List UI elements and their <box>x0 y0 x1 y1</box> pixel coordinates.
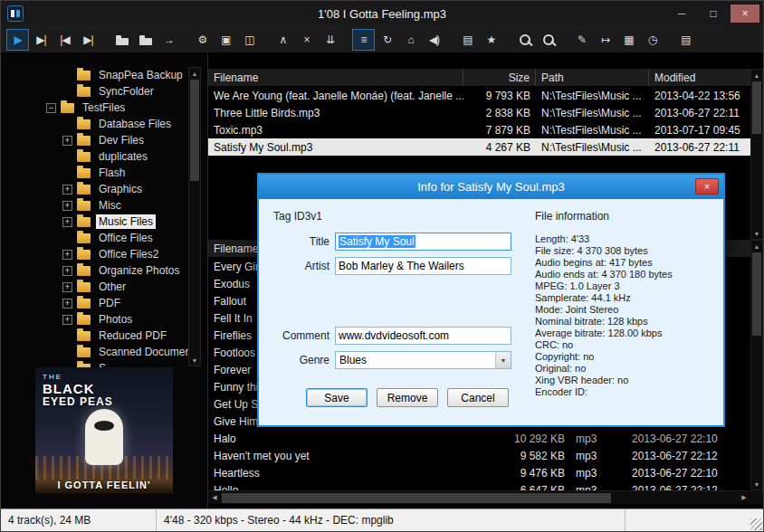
cancel-button[interactable]: Cancel <box>447 388 509 407</box>
close-button[interactable]: × <box>731 5 759 23</box>
home-button[interactable]: ⌂ <box>399 29 422 51</box>
horizontal-scrollbar[interactable]: ◀ ▶ <box>208 490 750 504</box>
bottom-list-scrollbar[interactable]: ▲ ▼ <box>750 240 763 490</box>
folder-up-button[interactable] <box>110 29 133 51</box>
scroll-thumb[interactable] <box>190 80 199 181</box>
file-row[interactable]: We Are Young (feat. Janelle Monáe) (feat… <box>208 87 750 104</box>
tree-item[interactable]: Office Files <box>1 230 187 246</box>
tree-item[interactable]: +Photos <box>1 311 187 328</box>
tree-item[interactable]: +Other <box>1 279 187 295</box>
tree-item[interactable]: +Misc <box>1 197 187 214</box>
dialog-title-bar[interactable]: Info for Satisfy My Soul.mp3 × <box>259 175 723 199</box>
move-to-button[interactable]: ↦ <box>594 29 616 51</box>
artist-input[interactable]: Bob Marley & The Wailers <box>335 257 511 275</box>
tree-expander-icon[interactable]: + <box>62 185 72 195</box>
tree-scrollbar[interactable]: ▲ ▼ <box>188 67 201 366</box>
report-button[interactable]: ▤ <box>674 29 697 51</box>
maximize-button[interactable]: □ <box>699 5 728 23</box>
rename-button[interactable]: ✎ <box>570 29 593 51</box>
column-header-filename[interactable]: Filename <box>208 69 463 86</box>
scroll-left-icon[interactable]: ◀ <box>209 492 220 503</box>
toolbar-icon: ↻ <box>383 33 391 46</box>
scroll-down-icon[interactable]: ▼ <box>751 228 762 239</box>
refresh-button[interactable]: ↻ <box>376 29 398 51</box>
file-row[interactable]: Heartless9 476 KBmp32013-06-27 22:10 <box>208 464 750 481</box>
scroll-up-icon[interactable]: ▲ <box>751 70 762 81</box>
scroll-up-icon[interactable]: ▲ <box>189 68 200 79</box>
tree-expander-icon[interactable]: + <box>62 299 72 309</box>
column-header-size[interactable]: Size <box>463 69 536 86</box>
column-header-path[interactable]: Path <box>536 69 649 86</box>
scroll-thumb[interactable] <box>752 81 761 134</box>
file-row[interactable]: Satisfy My Soul.mp34 267 KBN:\TestFiles\… <box>208 138 750 156</box>
collapse-button[interactable]: ∧ <box>272 29 294 51</box>
tree-item[interactable]: Scanned Documents <box>1 344 187 360</box>
scroll-thumb[interactable] <box>222 493 611 503</box>
play-button[interactable]: ▶ <box>6 29 29 51</box>
file-row[interactable]: Halo10 292 KBmp32013-06-27 22:10 <box>208 430 750 447</box>
file-row[interactable]: Haven't met you yet9 582 KBmp32013-06-27… <box>208 447 750 464</box>
file-info-button[interactable]: ▤ <box>456 29 479 51</box>
file-row[interactable]: Three Little Birds.mp32 838 KBN:\TestFil… <box>208 104 750 121</box>
columns-layout-button[interactable]: ◫ <box>238 29 261 51</box>
tree-item[interactable]: +PDF <box>1 295 187 311</box>
folder-open-button[interactable] <box>134 29 157 51</box>
tree-item[interactable]: +Office Files2 <box>1 246 187 262</box>
settings-gear-button[interactable]: ⚙ <box>191 29 214 51</box>
scroll-up-icon[interactable]: ▲ <box>751 241 762 252</box>
arrow-right-button[interactable]: → <box>158 29 180 51</box>
scroll-down-icon[interactable]: ▼ <box>189 355 200 366</box>
top-list-scrollbar[interactable]: ▲ ▼ <box>750 69 763 240</box>
play-next-button[interactable]: ▶| <box>30 29 53 51</box>
genre-select[interactable]: Blues ▼ <box>335 351 511 369</box>
volume-button[interactable]: ◀) <box>423 29 445 51</box>
search-files-button[interactable] <box>537 29 559 51</box>
skip-start-button[interactable]: |◀ <box>53 29 76 51</box>
tree-item[interactable]: SnapPea Backup <box>1 67 187 83</box>
tree-expander-icon[interactable]: + <box>62 250 72 260</box>
tree-expander-icon[interactable]: + <box>62 315 72 325</box>
comment-input[interactable]: www.dvdvideosoft.com <box>335 327 511 345</box>
tree-item[interactable]: +Dev Files <box>1 132 187 148</box>
file-row[interactable]: Toxic.mp37 879 KBN:\TestFiles\Music ...2… <box>208 121 750 138</box>
tag-editor-button[interactable]: ▦ <box>617 29 640 51</box>
scroll-down-icon[interactable]: ▼ <box>751 479 762 489</box>
tree-item[interactable]: Reduced PDF <box>1 328 187 344</box>
tree-item-label: SnapPea Backup <box>96 68 186 82</box>
tree-expander-icon[interactable]: + <box>62 266 72 276</box>
save-button[interactable]: Save <box>306 388 368 407</box>
timer-button[interactable]: ◷ <box>641 29 664 51</box>
skip-end-button[interactable]: ▶| <box>77 29 100 51</box>
file-row[interactable]: Hello6 647 KBmp32013-06-27 22:12 <box>208 481 750 490</box>
scroll-thumb[interactable] <box>752 252 761 336</box>
tree-item[interactable]: SyncFolder <box>1 83 187 100</box>
delete-button[interactable]: × <box>295 29 318 51</box>
search-button[interactable] <box>513 29 536 51</box>
list-view-button[interactable]: ≡ <box>352 29 375 51</box>
title-input[interactable]: Satisfy My Soul <box>335 233 511 251</box>
title-value: Satisfy My Soul <box>339 235 415 248</box>
tree-expander-icon[interactable]: + <box>62 217 72 227</box>
column-header-modified[interactable]: Modified <box>649 69 750 86</box>
resize-grip[interactable] <box>750 518 762 530</box>
dialog-close-button[interactable]: × <box>695 178 719 195</box>
tree-item[interactable]: Flash <box>1 165 187 181</box>
tree-expander-icon[interactable]: + <box>62 201 72 211</box>
tree-item[interactable]: +Organize Photos <box>1 262 187 279</box>
tree-item[interactable]: +Music Files <box>1 214 187 230</box>
favorites-star-button[interactable]: ★ <box>480 29 502 51</box>
tree-expander-icon[interactable]: + <box>62 136 72 146</box>
title-bar[interactable]: 1'08 I Gotta Feeling.mp3 ─ □ × <box>1 1 763 26</box>
tree-expander-icon[interactable]: + <box>62 282 72 292</box>
tree-item[interactable]: +Graphics <box>1 181 187 197</box>
tree-item[interactable]: duplicates <box>1 148 187 165</box>
remove-button[interactable]: Remove <box>377 388 438 407</box>
duplicate-window-button[interactable]: ▣ <box>215 29 237 51</box>
minimize-button[interactable]: ─ <box>667 5 696 23</box>
tree-expander-icon[interactable]: − <box>46 103 56 113</box>
tree-item[interactable]: −TestFiles <box>1 100 187 116</box>
tree-item-label: Graphics <box>96 182 145 196</box>
scroll-right-icon[interactable]: ▶ <box>739 492 750 503</box>
sort-down-button[interactable]: ⇊ <box>319 29 341 51</box>
tree-item[interactable]: Database Files <box>1 116 187 132</box>
